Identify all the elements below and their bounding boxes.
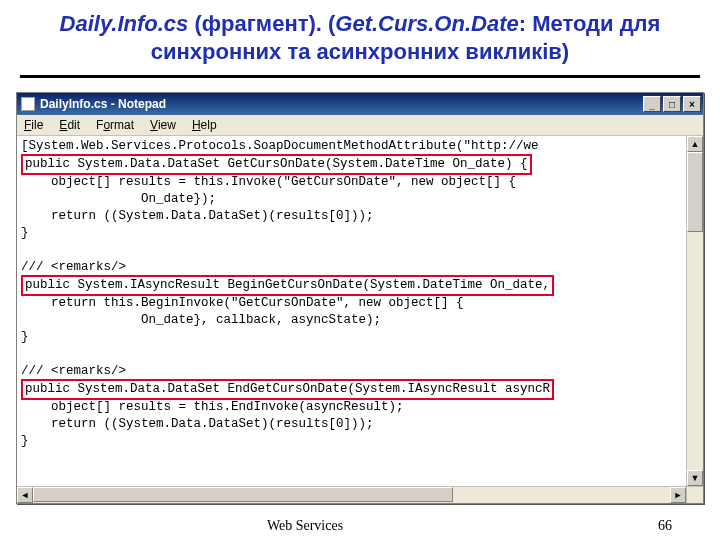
menubar: File Edit Format View Help [17,115,703,136]
scroll-down-button[interactable]: ▼ [687,470,703,486]
code-line: return this.BeginInvoke("GetCursOnDate",… [21,296,464,310]
highlight-end-async: public System.Data.DataSet EndGetCursOnD… [21,379,554,400]
scrollbar-corner [686,486,703,503]
title-underline [20,75,700,78]
menu-view[interactable]: View [147,117,179,133]
slide-title: Daily.Info.cs (фрагмент). (Get.Curs.On.D… [0,0,720,73]
editor-wrap: [System.Web.Services.Protocols.SoapDocum… [17,136,703,486]
window-buttons: _ □ × [641,96,701,112]
highlight-sync: public System.Data.DataSet GetCursOnDate… [21,154,532,175]
editor[interactable]: [System.Web.Services.Protocols.SoapDocum… [17,136,686,486]
menu-help[interactable]: Help [189,117,220,133]
titlebar-text: DailyInfo.cs - Notepad [40,97,641,111]
notepad-icon [21,97,35,111]
notepad-window: DailyInfo.cs - Notepad _ □ × File Edit F… [16,92,704,504]
horizontal-scrollbar[interactable]: ◄ ► [17,486,686,503]
title-method: Get.Curs.On.Date [335,11,518,36]
code-line: } [21,226,29,240]
code-line: On_date}, callback, asyncState); [21,313,381,327]
scroll-track-horizontal[interactable] [453,487,670,503]
code-line: object[] results = this.EndInvoke(asyncR… [21,400,404,414]
scroll-left-button[interactable]: ◄ [17,487,33,503]
code-area[interactable]: [System.Web.Services.Protocols.SoapDocum… [17,136,686,454]
scroll-thumb-vertical[interactable] [687,152,703,232]
highlight-begin-async: public System.IAsyncResult BeginGetCursO… [21,275,554,296]
code-line: return ((System.Data.DataSet)(results[0]… [21,417,374,431]
code-line: /// <remarks/> [21,364,126,378]
code-line: } [21,434,29,448]
menu-file[interactable]: File [21,117,46,133]
scroll-right-button[interactable]: ► [670,487,686,503]
titlebar[interactable]: DailyInfo.cs - Notepad _ □ × [17,93,703,115]
scroll-thumb-horizontal[interactable] [33,487,453,502]
title-file: Daily.Info.cs [60,11,189,36]
footer-page-number: 66 [610,518,720,534]
menu-edit[interactable]: Edit [56,117,83,133]
code-line: object[] results = this.Invoke("GetCursO… [21,175,516,189]
scroll-track-vertical[interactable] [687,232,703,470]
slide-footer: Web Services 66 [0,518,720,534]
vertical-scrollbar[interactable]: ▲ ▼ [686,136,703,486]
close-button[interactable]: × [683,96,701,112]
title-frag: (фрагмент). ( [188,11,335,36]
minimize-button[interactable]: _ [643,96,661,112]
code-line: } [21,330,29,344]
code-line: return ((System.Data.DataSet)(results[0]… [21,209,374,223]
maximize-button[interactable]: □ [663,96,681,112]
code-line: On_date}); [21,192,216,206]
code-line: [System.Web.Services.Protocols.SoapDocum… [21,139,539,153]
bottom-scroll-row: ◄ ► [17,486,703,503]
footer-center: Web Services [0,518,610,534]
scroll-up-button[interactable]: ▲ [687,136,703,152]
menu-format[interactable]: Format [93,117,137,133]
code-line: /// <remarks/> [21,260,126,274]
